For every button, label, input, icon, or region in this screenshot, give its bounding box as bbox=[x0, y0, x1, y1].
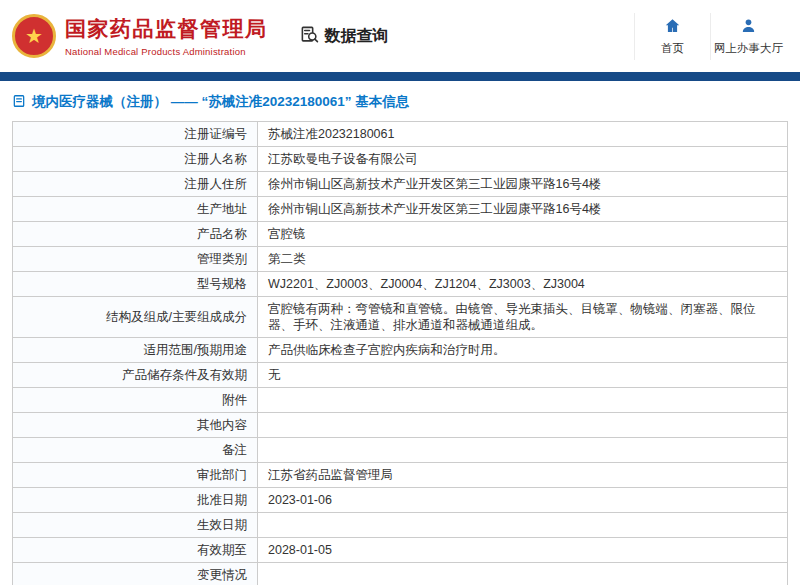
field-value: 产品供临床检查子宫腔内疾病和治疗时用。 bbox=[258, 338, 788, 363]
table-row: 批准日期 2023-01-06 bbox=[13, 488, 788, 513]
agency-title: 国家药品监督管理局 bbox=[65, 15, 268, 43]
field-label: 注册人名称 bbox=[13, 147, 258, 172]
field-label: 注册证编号 bbox=[13, 122, 258, 147]
field-label: 产品名称 bbox=[13, 222, 258, 247]
data-query-label: 数据查询 bbox=[325, 26, 389, 47]
page-title: 境内医疗器械（注册） —— “苏械注准20232180061” 基本信息 bbox=[32, 93, 409, 111]
nav-home-label: 首页 bbox=[661, 42, 684, 54]
home-icon bbox=[637, 17, 708, 35]
field-value bbox=[258, 563, 788, 585]
table-row: 注册证编号 苏械注准20232180061 bbox=[13, 122, 788, 147]
field-value: 宫腔镜有两种：弯管镜和直管镜。由镜管、导光束插头、目镜罩、物镜端、闭塞器、限位器… bbox=[258, 297, 788, 338]
field-label: 生效日期 bbox=[13, 513, 258, 538]
table-row: 注册人住所 徐州市铜山区高新技术产业开发区第三工业园康平路16号4楼 bbox=[13, 172, 788, 197]
field-label: 其他内容 bbox=[13, 413, 258, 438]
field-value: 徐州市铜山区高新技术产业开发区第三工业园康平路16号4楼 bbox=[258, 197, 788, 222]
field-value: 徐州市铜山区高新技术产业开发区第三工业园康平路16号4楼 bbox=[258, 172, 788, 197]
header-divider-bar bbox=[0, 72, 800, 81]
field-value bbox=[258, 513, 788, 538]
table-row: 注册人名称 江苏欧曼电子设备有限公司 bbox=[13, 147, 788, 172]
data-query-icon bbox=[300, 25, 319, 48]
table-row: 附件 bbox=[13, 388, 788, 413]
field-label: 有效期至 bbox=[13, 538, 258, 563]
table-row: 适用范围/预期用途 产品供临床检查子宫腔内疾病和治疗时用。 bbox=[13, 338, 788, 363]
field-label: 管理类别 bbox=[13, 247, 258, 272]
person-icon bbox=[713, 17, 784, 35]
field-value: 2023-01-06 bbox=[258, 488, 788, 513]
table-row: 管理类别 第二类 bbox=[13, 247, 788, 272]
agency-names: 国家药品监督管理局 National Medical Products Admi… bbox=[65, 15, 268, 57]
nav-service-hall-label: 网上办事大厅 bbox=[714, 42, 783, 54]
table-row: 生效日期 bbox=[13, 513, 788, 538]
field-label: 型号规格 bbox=[13, 272, 258, 297]
field-value: 宫腔镜 bbox=[258, 222, 788, 247]
field-label: 批准日期 bbox=[13, 488, 258, 513]
national-emblem-icon: ★ bbox=[12, 14, 56, 58]
table-row: 产品名称 宫腔镜 bbox=[13, 222, 788, 247]
field-label: 适用范围/预期用途 bbox=[13, 338, 258, 363]
agency-subtitle: National Medical Products Administration bbox=[65, 46, 268, 57]
agency-brand: ★ 国家药品监督管理局 National Medical Products Ad… bbox=[12, 14, 268, 58]
field-value: 江苏欧曼电子设备有限公司 bbox=[258, 147, 788, 172]
table-row: 变更情况 bbox=[13, 563, 788, 585]
field-label: 审批部门 bbox=[13, 463, 258, 488]
field-label: 产品储存条件及有效期 bbox=[13, 363, 258, 388]
field-value: 江苏省药品监督管理局 bbox=[258, 463, 788, 488]
nav-home[interactable]: 首页 bbox=[634, 13, 710, 60]
table-row: 审批部门 江苏省药品监督管理局 bbox=[13, 463, 788, 488]
field-label: 附件 bbox=[13, 388, 258, 413]
data-query-section[interactable]: 数据查询 bbox=[300, 25, 389, 48]
table-row: 结构及组成/主要组成成分 宫腔镜有两种：弯管镜和直管镜。由镜管、导光束插头、目镜… bbox=[13, 297, 788, 338]
field-value: 苏械注准20232180061 bbox=[258, 122, 788, 147]
field-value bbox=[258, 438, 788, 463]
field-label: 变更情况 bbox=[13, 563, 258, 585]
field-label: 备注 bbox=[13, 438, 258, 463]
field-label: 结构及组成/主要组成成分 bbox=[13, 297, 258, 338]
document-icon bbox=[12, 94, 26, 111]
table-row: 型号规格 WJ2201、ZJ0003、ZJ0004、ZJ1204、ZJ3003、… bbox=[13, 272, 788, 297]
table-row: 备注 bbox=[13, 438, 788, 463]
table-row: 其他内容 bbox=[13, 413, 788, 438]
table-row: 生产地址 徐州市铜山区高新技术产业开发区第三工业园康平路16号4楼 bbox=[13, 197, 788, 222]
field-value bbox=[258, 413, 788, 438]
breadcrumb: 境内医疗器械（注册） —— “苏械注准20232180061” 基本信息 bbox=[0, 81, 800, 121]
field-value: WJ2201、ZJ0003、ZJ0004、ZJ1204、ZJ3003、ZJ300… bbox=[258, 272, 788, 297]
table-row: 有效期至 2028-01-05 bbox=[13, 538, 788, 563]
page-header: ★ 国家药品监督管理局 National Medical Products Ad… bbox=[0, 0, 800, 72]
field-value: 无 bbox=[258, 363, 788, 388]
registration-detail-table: 注册证编号 苏械注准20232180061 注册人名称 江苏欧曼电子设备有限公司… bbox=[12, 121, 788, 585]
top-nav: 首页 网上办事大厅 bbox=[634, 13, 786, 60]
nav-service-hall[interactable]: 网上办事大厅 bbox=[710, 13, 786, 60]
field-label: 注册人住所 bbox=[13, 172, 258, 197]
field-label: 生产地址 bbox=[13, 197, 258, 222]
field-value: 2028-01-05 bbox=[258, 538, 788, 563]
table-row: 产品储存条件及有效期 无 bbox=[13, 363, 788, 388]
field-value bbox=[258, 388, 788, 413]
field-value: 第二类 bbox=[258, 247, 788, 272]
